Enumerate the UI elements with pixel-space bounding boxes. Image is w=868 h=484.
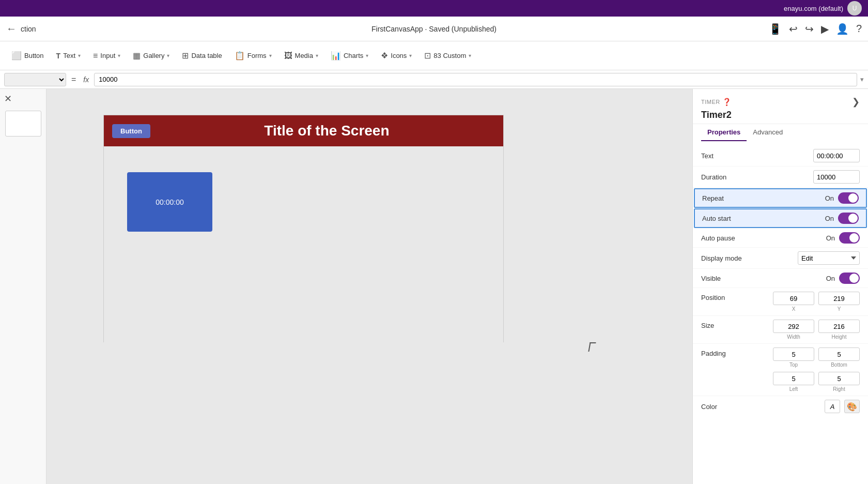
play-icon[interactable]: ▶ — [821, 23, 829, 35]
canvas-body[interactable]: 00:00:00 — [104, 146, 503, 343]
menu-item-forms[interactable]: 📋 Forms ▾ — [229, 48, 277, 64]
panel-title-row: TIMER ❓ ❯ — [701, 96, 860, 108]
toggle-repeat-container: On — [825, 192, 859, 204]
prop-row-position: Position X Y — [693, 288, 868, 316]
repeat-toggle-slider — [838, 192, 859, 204]
prop-label-visible: Visible — [701, 275, 826, 282]
menu-item-media[interactable]: 🖼 Media ▾ — [279, 48, 323, 64]
menu-item-button[interactable]: ⬜ Button — [6, 48, 49, 64]
repeat-toggle[interactable] — [838, 192, 859, 204]
prop-label-text: Text — [701, 152, 813, 160]
tab-properties[interactable]: Properties — [701, 124, 747, 141]
timer-info-icon[interactable]: ❓ — [722, 98, 732, 106]
custom-icon: ⊡ — [424, 51, 431, 61]
timer-widget: 00:00:00 — [127, 172, 212, 232]
padding-left-input[interactable] — [773, 372, 814, 385]
gallery-arrow: ▾ — [167, 53, 169, 58]
position-y-input[interactable] — [818, 292, 860, 305]
color-text-button[interactable]: A — [825, 400, 840, 413]
color-swatch-button[interactable]: 🎨 — [844, 400, 860, 413]
button-icon: ⬜ — [11, 51, 22, 61]
visible-toggle-label: On — [826, 275, 835, 282]
menu-item-custom[interactable]: ⊡ 83 Custom ▾ — [419, 48, 476, 64]
menu-label-datatable: Data table — [191, 52, 222, 59]
formula-selector[interactable] — [4, 73, 66, 86]
padding-left-label: Left — [789, 386, 798, 392]
visible-toggle[interactable] — [839, 273, 860, 284]
padding-top-wrap: Top — [773, 347, 814, 368]
menu-label-custom: 83 Custom — [433, 52, 466, 59]
menu-label-gallery: Gallery — [143, 52, 164, 59]
prop-input-text[interactable] — [813, 149, 860, 162]
visible-toggle-slider — [839, 273, 860, 284]
phone-icon[interactable]: 📱 — [769, 23, 782, 35]
autopause-toggle[interactable] — [839, 232, 860, 244]
toggle-autopause-container: On — [826, 232, 860, 244]
menu-item-text[interactable]: T Text ▾ — [51, 49, 86, 63]
menu-item-datatable[interactable]: ⊞ Data table — [177, 48, 227, 64]
menu-label-charts: Charts — [344, 52, 363, 59]
menu-item-charts[interactable]: 📊 Charts ▾ — [326, 48, 374, 64]
prop-row-size: Size Width Height — [693, 316, 868, 344]
user-avatar[interactable]: U — [847, 1, 862, 16]
undo-icon[interactable]: ↩ — [789, 23, 798, 35]
prop-row-displaymode: Display mode Edit View Disabled — [693, 248, 868, 269]
position-x-label: X — [792, 306, 796, 312]
back-button[interactable]: ← — [6, 23, 17, 35]
menu-label-media: Media — [295, 52, 313, 59]
icons-icon: ❖ — [381, 51, 388, 61]
canvas-frame: Button Title of the Screen 00:00:00 — [103, 115, 504, 342]
size-height-input[interactable] — [818, 320, 860, 333]
user-icon[interactable]: 👤 — [836, 23, 849, 35]
autostart-toggle[interactable] — [838, 213, 859, 224]
position-x-wrap: X — [773, 292, 814, 312]
menu-item-gallery[interactable]: ▦ Gallery ▾ — [128, 48, 175, 64]
prop-label-size: Size — [701, 320, 769, 329]
position-row: X Y — [773, 292, 860, 312]
fx-label[interactable]: fx — [81, 75, 91, 84]
tab-advanced[interactable]: Advanced — [747, 124, 789, 141]
panel-collapse-button[interactable]: ❯ — [852, 96, 860, 108]
padding-right-input[interactable] — [818, 372, 860, 385]
component-name: Timer2 — [701, 110, 860, 120]
canvas-button[interactable]: Button — [112, 124, 150, 138]
toggle-visible-container: On — [826, 273, 860, 284]
text-icon: T — [56, 52, 61, 60]
size-width-input[interactable] — [773, 320, 814, 333]
menu-label-input: Input — [100, 52, 115, 59]
menu-label-icons: Icons — [391, 52, 407, 59]
help-icon[interactable]: ? — [856, 23, 862, 35]
prop-row-duration: Duration — [693, 167, 868, 188]
title-bar-right: enayu.com (default) U — [784, 1, 862, 16]
main-layout: ✕ Button Title of the Screen 00:00:00 — [0, 89, 868, 484]
title-bar: enayu.com (default) U — [0, 0, 868, 17]
menu-item-input[interactable]: ≡ Input ▾ — [88, 48, 126, 64]
charts-icon: 📊 — [331, 51, 341, 61]
cursor-indicator — [588, 342, 596, 352]
displaymode-select[interactable]: Edit View Disabled — [798, 251, 860, 265]
position-x-input[interactable] — [773, 292, 814, 305]
timer-value: 00:00:00 — [156, 198, 184, 206]
padding-right-label: Right — [833, 386, 845, 392]
menu-label-text: Text — [63, 52, 75, 59]
padding-top-label: Top — [789, 362, 798, 368]
charts-arrow: ▾ — [366, 53, 368, 58]
prop-label-autopause: Auto pause — [701, 234, 826, 242]
canvas-screen-title: Title of the Screen — [159, 123, 495, 139]
sidebar-close-button[interactable]: ✕ — [4, 93, 12, 104]
padding-row1: Top Bottom — [773, 347, 860, 368]
padding-right-wrap: Right — [818, 372, 860, 392]
menu-item-icons[interactable]: ❖ Icons ▾ — [376, 48, 417, 64]
icons-arrow: ▾ — [409, 53, 412, 58]
redo-icon[interactable]: ↪ — [805, 23, 814, 35]
prop-input-duration[interactable] — [813, 170, 860, 184]
text-arrow: ▾ — [78, 53, 81, 58]
position-y-wrap: Y — [818, 292, 860, 312]
padding-top-input[interactable] — [773, 347, 814, 361]
formula-input[interactable] — [94, 73, 857, 86]
padding-bottom-input[interactable] — [818, 347, 860, 361]
padding-left-wrap: Left — [773, 372, 814, 392]
canvas-area: Button Title of the Screen 00:00:00 — [47, 89, 692, 484]
sidebar-thumbnail[interactable] — [5, 111, 41, 137]
formula-expand-icon[interactable]: ▾ — [860, 75, 864, 83]
